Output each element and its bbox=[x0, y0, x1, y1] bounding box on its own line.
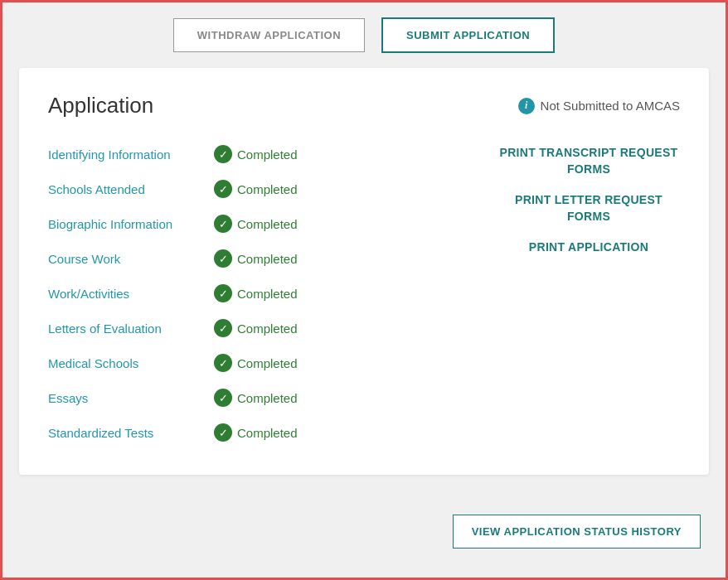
not-submitted-status: i Not Submitted to AMCAS bbox=[518, 98, 680, 114]
section-name[interactable]: Course Work bbox=[48, 252, 214, 266]
info-icon: i bbox=[518, 98, 535, 114]
check-icon: ✓ bbox=[214, 145, 232, 163]
check-icon: ✓ bbox=[214, 423, 232, 442]
table-row: Medical Schools✓Completed bbox=[48, 346, 464, 380]
status-text: Completed bbox=[237, 147, 298, 162]
submit-button[interactable]: SUBMIT APPLICATION bbox=[381, 17, 555, 53]
right-panel-link[interactable]: PRINT TRANSCRIPT REQUEST FORMS bbox=[497, 145, 680, 177]
section-name[interactable]: Work/Activities bbox=[48, 287, 214, 301]
app-title: Application bbox=[48, 93, 153, 118]
status-text: Completed bbox=[237, 391, 298, 405]
main-card: Application i Not Submitted to AMCAS Ide… bbox=[19, 68, 709, 475]
app-body: Identifying Information✓CompletedSchools… bbox=[48, 137, 680, 450]
app-header: Application i Not Submitted to AMCAS bbox=[48, 93, 680, 118]
status-badge: ✓Completed bbox=[214, 423, 298, 442]
view-history-button[interactable]: VIEW APPLICATION STATUS HISTORY bbox=[453, 515, 701, 549]
right-panel-link[interactable]: PRINT APPLICATION bbox=[529, 239, 648, 256]
section-name[interactable]: Schools Attended bbox=[48, 182, 214, 196]
right-panel: PRINT TRANSCRIPT REQUEST FORMSPRINT LETT… bbox=[497, 137, 680, 450]
status-badge: ✓Completed bbox=[214, 180, 298, 198]
check-icon: ✓ bbox=[214, 389, 232, 407]
section-name[interactable]: Essays bbox=[48, 391, 214, 405]
table-row: Course Work✓Completed bbox=[48, 241, 464, 276]
check-icon: ✓ bbox=[214, 180, 232, 198]
section-name[interactable]: Medical Schools bbox=[48, 356, 214, 370]
status-badge: ✓Completed bbox=[214, 145, 298, 163]
status-badge: ✓Completed bbox=[214, 284, 298, 302]
section-name[interactable]: Standardized Tests bbox=[48, 426, 214, 440]
top-bar: WITHDRAW APPLICATION SUBMIT APPLICATION bbox=[2, 2, 726, 68]
status-text: Completed bbox=[237, 287, 298, 301]
section-name[interactable]: Letters of Evaluation bbox=[48, 321, 214, 336]
table-row: Biographic Information✓Completed bbox=[48, 206, 464, 241]
check-icon: ✓ bbox=[214, 249, 232, 268]
withdraw-button[interactable]: WITHDRAW APPLICATION bbox=[173, 18, 365, 52]
table-row: Schools Attended✓Completed bbox=[48, 172, 464, 206]
table-row: Letters of Evaluation✓Completed bbox=[48, 311, 464, 346]
check-icon: ✓ bbox=[214, 319, 232, 337]
status-badge: ✓Completed bbox=[214, 389, 298, 407]
status-badge: ✓Completed bbox=[214, 319, 298, 337]
status-badge: ✓Completed bbox=[214, 249, 298, 268]
section-name[interactable]: Identifying Information bbox=[48, 147, 214, 162]
status-text: Completed bbox=[237, 426, 298, 440]
check-icon: ✓ bbox=[214, 215, 232, 233]
table-row: Work/Activities✓Completed bbox=[48, 276, 464, 311]
sections-list: Identifying Information✓CompletedSchools… bbox=[48, 137, 464, 450]
check-icon: ✓ bbox=[214, 284, 232, 302]
table-row: Essays✓Completed bbox=[48, 380, 464, 415]
check-icon: ✓ bbox=[214, 354, 232, 372]
status-text: Completed bbox=[237, 321, 298, 336]
table-row: Standardized Tests✓Completed bbox=[48, 415, 464, 450]
status-text: Completed bbox=[237, 217, 298, 231]
status-text: Completed bbox=[237, 182, 298, 196]
status-text: Completed bbox=[237, 252, 298, 266]
table-row: Identifying Information✓Completed bbox=[48, 137, 464, 172]
not-submitted-label: Not Submitted to AMCAS bbox=[541, 99, 680, 113]
bottom-bar: VIEW APPLICATION STATUS HISTORY bbox=[2, 500, 726, 563]
status-badge: ✓Completed bbox=[214, 354, 298, 372]
right-panel-link[interactable]: PRINT LETTER REQUEST FORMS bbox=[497, 192, 680, 225]
status-badge: ✓Completed bbox=[214, 215, 298, 233]
section-name[interactable]: Biographic Information bbox=[48, 217, 214, 231]
status-text: Completed bbox=[237, 356, 298, 370]
